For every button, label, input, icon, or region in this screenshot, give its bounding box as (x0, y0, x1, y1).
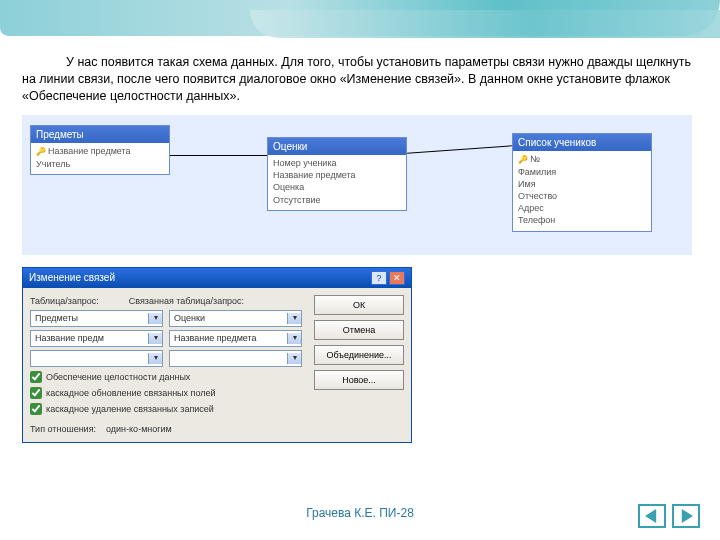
field: Фамилия (518, 166, 646, 178)
field: Учитель (36, 158, 164, 170)
help-icon[interactable]: ? (371, 271, 387, 285)
relation-type-label: Тип отношения: (30, 424, 96, 434)
checkbox-cascade-update[interactable]: каскадное обновление связанных полей (30, 387, 302, 399)
chevron-down-icon: ▾ (287, 313, 301, 324)
label-table: Таблица/запрос: (30, 295, 99, 307)
cancel-button[interactable]: Отмена (314, 320, 404, 340)
checkbox-input[interactable] (30, 371, 42, 383)
relationship-line[interactable] (170, 155, 267, 156)
field: Адрес (518, 202, 646, 214)
chevron-down-icon: ▾ (287, 353, 301, 364)
chevron-down-icon: ▾ (148, 313, 162, 324)
svg-marker-1 (682, 509, 693, 523)
field: Отчество (518, 190, 646, 202)
field-pk: № (518, 153, 646, 166)
relationship-schema: Предметы Название предмета Учитель Оценк… (22, 115, 692, 255)
relation-type-value: один-ко-многим (106, 424, 172, 434)
checkbox-cascade-delete[interactable]: каскадное удаление связанных записей (30, 403, 302, 415)
table-ocenki[interactable]: Оценки Номер ученика Название предмета О… (267, 137, 407, 211)
next-slide-button[interactable] (672, 504, 700, 528)
table-predmety[interactable]: Предметы Название предмета Учитель (30, 125, 170, 175)
footer-author: Грачева К.Е. ПИ-28 (0, 506, 720, 520)
table-title: Оценки (268, 138, 406, 156)
field: Номер ученика (273, 157, 401, 169)
field-pk: Название предмета (36, 145, 164, 158)
ok-button[interactable]: ОК (314, 295, 404, 315)
edit-relationships-dialog: Изменение связей ? ✕ Таблица/запрос: Свя… (22, 267, 412, 444)
triangle-right-icon (679, 509, 693, 523)
new-button[interactable]: Новое... (314, 370, 404, 390)
field: Телефон (518, 214, 646, 226)
combo-field-right[interactable]: Название предмета ▾ (169, 330, 302, 347)
checkbox-label: каскадное обновление связанных полей (46, 387, 216, 399)
dialog-titlebar: Изменение связей ? ✕ (23, 268, 411, 288)
decorative-wave-2 (250, 10, 720, 38)
slide-nav (638, 504, 700, 528)
table-title: Список учеников (513, 134, 651, 152)
table-title: Предметы (31, 126, 169, 144)
chevron-down-icon: ▾ (287, 333, 301, 344)
combo-related-table[interactable]: Оценки ▾ (169, 310, 302, 327)
chevron-down-icon: ▾ (148, 353, 162, 364)
table-spisok[interactable]: Список учеников № Фамилия Имя Отчество А… (512, 133, 652, 232)
combo-value: Оценки (170, 312, 287, 324)
instruction-text: У нас появится такая схема данных. Для т… (22, 54, 698, 105)
combo-value: Название предмета (170, 332, 287, 344)
combo-field-left[interactable]: Название предм ▾ (30, 330, 163, 347)
combo-empty-right[interactable]: ▾ (169, 350, 302, 367)
triangle-left-icon (645, 509, 659, 523)
combo-empty-left[interactable]: ▾ (30, 350, 163, 367)
relationship-line[interactable] (407, 145, 512, 153)
chevron-down-icon: ▾ (148, 333, 162, 344)
label-related-table: Связанная таблица/запрос: (129, 295, 244, 307)
combo-value: Название предм (31, 332, 148, 344)
checkbox-input[interactable] (30, 387, 42, 399)
svg-marker-0 (645, 509, 656, 523)
field: Имя (518, 178, 646, 190)
field: Отсутствие (273, 194, 401, 206)
combo-value: Предметы (31, 312, 148, 324)
checkbox-input[interactable] (30, 403, 42, 415)
dialog-title-text: Изменение связей (29, 271, 115, 285)
prev-slide-button[interactable] (638, 504, 666, 528)
checkbox-label: Обеспечение целостности данных (46, 371, 190, 383)
checkbox-label: каскадное удаление связанных записей (46, 403, 214, 415)
main-content: У нас появится такая схема данных. Для т… (22, 54, 698, 443)
combo-table[interactable]: Предметы ▾ (30, 310, 163, 327)
close-icon[interactable]: ✕ (389, 271, 405, 285)
field: Название предмета (273, 169, 401, 181)
join-button[interactable]: Объединение... (314, 345, 404, 365)
checkbox-integrity[interactable]: Обеспечение целостности данных (30, 371, 302, 383)
field: Оценка (273, 181, 401, 193)
